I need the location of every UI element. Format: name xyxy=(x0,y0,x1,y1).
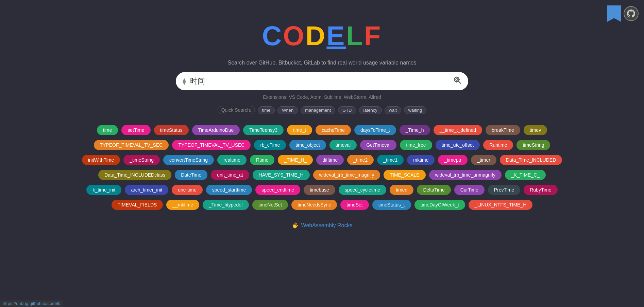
tag-timebase[interactable]: timebase xyxy=(304,185,335,195)
tag-difftime[interactable]: difftime xyxy=(316,155,344,165)
tag-speed-starttime[interactable]: speed_starttime xyxy=(206,185,252,195)
main-container: C O D E L F Search over GitHub, Bitbucke… xyxy=(0,0,644,229)
svg-point-2 xyxy=(456,78,458,80)
search-input[interactable] xyxy=(190,77,453,86)
tag-timeteeensy3[interactable]: TimeTeensy3 xyxy=(243,125,284,135)
tags-row-5: k_time_init arch_timer_init one-time spe… xyxy=(86,185,557,195)
status-bar: https://unbug.github.io/codelf/ xyxy=(0,300,63,307)
tag-timestring[interactable]: timeString xyxy=(516,140,550,150)
quick-search-bar: Quick Search: time When management GTD l… xyxy=(218,106,427,114)
tag-time-free[interactable]: time_free xyxy=(400,140,432,150)
tag-time-h-macro[interactable]: _TIME_H_ xyxy=(278,155,313,165)
tag-k-time-init[interactable]: k_time_init xyxy=(86,185,121,195)
tag-datetime[interactable]: DateTime xyxy=(175,170,207,180)
tag-timeval-fields[interactable]: TIMEVAL_FIELDS xyxy=(112,200,163,210)
tag-wideval-trb-time-unmagnify[interactable]: wideval_trb_time_unmagnify xyxy=(429,170,502,180)
tag-rtime[interactable]: Rtime xyxy=(250,155,275,165)
tag-timestatus-t[interactable]: timeStatus_t xyxy=(372,200,411,210)
tag-speed-cycletime[interactable]: speed_cycletime xyxy=(339,185,386,195)
tag-initwithtime[interactable]: initWithTime xyxy=(82,155,120,165)
tag-mktime-dbl[interactable]: __mktime xyxy=(166,200,199,210)
tag-time1[interactable]: _time1 xyxy=(377,155,404,165)
tags-section: time setTime timeStatus TimeArduinoDue T… xyxy=(33,125,611,210)
search-icon xyxy=(453,76,461,84)
tag-time-utc-offset[interactable]: time_utc_offset xyxy=(436,140,480,150)
tags-row-4: Data_Time_INCLUDEDclass DateTime unit_ti… xyxy=(98,170,546,180)
quick-tag-time[interactable]: time xyxy=(258,106,275,114)
tag-time[interactable]: time xyxy=(97,125,118,135)
tag-timeneedssync[interactable]: timeNeedsSync xyxy=(291,200,337,210)
tag-data-time-included[interactable]: Data_Time_INCLUDED xyxy=(500,155,562,165)
quick-tag-latency[interactable]: latency xyxy=(359,106,382,114)
tag-deltatime[interactable]: DeltaTime xyxy=(417,185,451,195)
tag-cachetime[interactable]: cacheTime xyxy=(316,125,351,135)
tag-wideval-trb-time-magnify[interactable]: wideval_trb_time_magnify xyxy=(313,170,380,180)
tags-row-6: TIMEVAL_FIELDS __mktime _Time_htypedef t… xyxy=(112,200,533,210)
quick-tag-waiting[interactable]: waiting xyxy=(404,106,426,114)
logo-o: O xyxy=(283,20,305,52)
tag-timed[interactable]: timed xyxy=(390,185,413,195)
tags-row-2: TYPEOF_TIMEVAL_TV_SEC TYPEOF_TIMEVAL_TV_… xyxy=(94,140,550,150)
tag-timev[interactable]: timev xyxy=(524,125,547,135)
logo-e: E xyxy=(326,20,346,52)
tags-row-3: initWithTime _timeString convertTimeStri… xyxy=(82,155,562,165)
tag-timer[interactable]: _timer xyxy=(471,155,496,165)
footer: 🖐 WebAssembly Rocks xyxy=(292,222,353,229)
tag-linux-ntfs-time-h[interactable]: _LINUX_NTFS_TIME_H xyxy=(469,200,532,210)
tag-timearduinodue[interactable]: TimeArduinoDue xyxy=(192,125,240,135)
bookmark-icon[interactable] xyxy=(607,5,621,22)
tag-time-t[interactable]: time_t xyxy=(287,125,312,135)
tag-daystotime-t[interactable]: daysToTime_t xyxy=(354,125,396,135)
tag-typeof-timeval-tv-usec[interactable]: TYPEOF_TIMEVAL_TV_USEC xyxy=(172,140,251,150)
tag-timeset[interactable]: timeSet xyxy=(340,200,369,210)
logo: C O D E L F xyxy=(262,20,382,52)
quick-search-label: Quick Search: xyxy=(218,106,255,114)
tag-prevtime[interactable]: PrevTime xyxy=(488,185,520,195)
tag-time-h[interactable]: _Time_h xyxy=(400,125,430,135)
tag-unit-time-at[interactable]: unit_time_at xyxy=(211,170,249,180)
tag-k-time-c[interactable]: _K_TIME_C_ xyxy=(505,170,546,180)
tag-timeval[interactable]: timeval xyxy=(329,140,357,150)
tag-realtime[interactable]: realtime xyxy=(217,155,247,165)
quick-tag-gtd[interactable]: GTD xyxy=(338,106,356,114)
extensions-line: Extensions: VS Code, Atom, Sublime, WebS… xyxy=(263,94,381,100)
tag-breaktime[interactable]: breakTime xyxy=(486,125,520,135)
svg-point-0 xyxy=(454,77,459,82)
tag-timedayofweek-t[interactable]: timeDayOfWeek_t xyxy=(414,200,465,210)
tag-timestatus[interactable]: timeStatus xyxy=(154,125,189,135)
tag-timeptr[interactable]: _timeptr xyxy=(438,155,468,165)
tagline: Search over GitHub, Bitbucket, GitLab to… xyxy=(228,60,417,66)
logo-d: D xyxy=(306,20,327,52)
tag-time-htypedef[interactable]: _Time_htypedef xyxy=(203,200,249,210)
tag-rb-ctime[interactable]: rb_cTime xyxy=(254,140,286,150)
tag-time-scale[interactable]: TIME_SCALE xyxy=(384,170,425,180)
search-button[interactable] xyxy=(453,76,461,86)
tag-runtime[interactable]: Runtime xyxy=(483,140,513,150)
tag-timenotset[interactable]: timeNotSet xyxy=(252,200,288,210)
github-icon-button[interactable] xyxy=(624,6,639,21)
tag-mktime[interactable]: mktime xyxy=(407,155,435,165)
quick-tag-wait[interactable]: wait xyxy=(385,106,401,114)
tag-typeof-timeval-tv-sec[interactable]: TYPEOF_TIMEVAL_TV_SEC xyxy=(94,140,169,150)
logo-l: L xyxy=(346,20,364,52)
tag-gettimeval[interactable]: GetTimeval xyxy=(360,140,396,150)
tag-time2[interactable]: _time2 xyxy=(347,155,374,165)
footer-icon: 🖐 xyxy=(292,222,299,229)
quick-tag-when[interactable]: When xyxy=(277,106,298,114)
quick-tag-management[interactable]: management xyxy=(301,106,335,114)
tag-speed-endtime[interactable]: speed_endtime xyxy=(255,185,300,195)
tag-timestring-under[interactable]: _timeString xyxy=(123,155,160,165)
tag-curtime[interactable]: CurTime xyxy=(454,185,485,195)
tags-row-1: time setTime timeStatus TimeArduinoDue T… xyxy=(97,125,547,135)
tag-arch-timer-init[interactable]: arch_timer_init xyxy=(125,185,168,195)
tag-time-object[interactable]: time_object xyxy=(289,140,326,150)
tag-have-sys-time-h[interactable]: HAVE_SYS_TIME_H xyxy=(253,170,310,180)
tag-time-t-defined[interactable]: __time_t_defined xyxy=(434,125,482,135)
top-right-actions xyxy=(607,5,639,22)
footer-text: WebAssembly Rocks xyxy=(301,222,353,229)
tag-rubytime[interactable]: RubyTime xyxy=(524,185,557,195)
tag-settime[interactable]: setTime xyxy=(121,125,150,135)
tag-data-time-included-class[interactable]: Data_Time_INCLUDEDclass xyxy=(98,170,171,180)
tag-converttimestring[interactable]: convertTimeString xyxy=(163,155,214,165)
tag-one-time[interactable]: one-time xyxy=(172,185,202,195)
